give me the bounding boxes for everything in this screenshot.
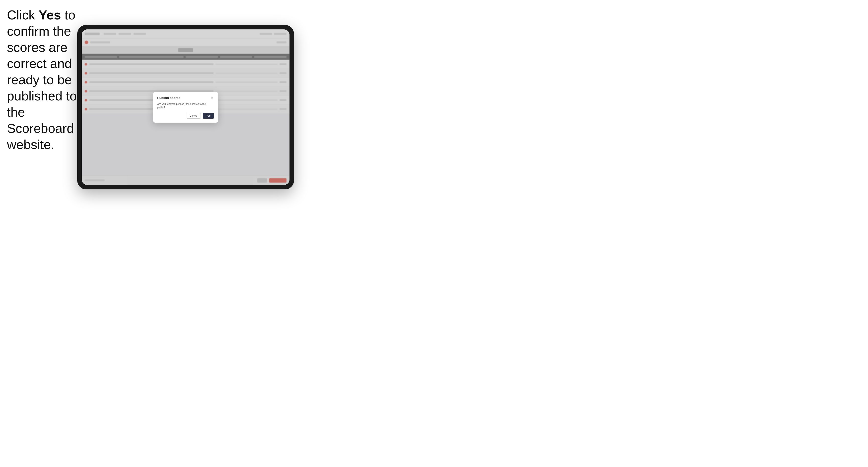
dialog-body: Are you ready to publish these scores to… <box>157 102 214 110</box>
instruction-suffix: to confirm the scores are correct and re… <box>7 8 77 152</box>
dialog-header: Publish scores × <box>157 96 214 100</box>
dialog-close-button[interactable]: × <box>210 96 214 100</box>
tablet-screen: Publish scores × Are you ready to publis… <box>82 29 289 185</box>
dialog-title: Publish scores <box>157 96 180 100</box>
publish-scores-dialog: Publish scores × Are you ready to publis… <box>153 92 218 123</box>
yes-button[interactable]: Yes <box>203 113 214 119</box>
dialog-footer: Cancel Yes <box>157 113 214 119</box>
instruction-text: Click Yes to confirm the scores are corr… <box>7 7 79 153</box>
tablet-device: Publish scores × Are you ready to publis… <box>77 25 294 189</box>
dialog-overlay: Publish scores × Are you ready to publis… <box>82 29 289 185</box>
cancel-button[interactable]: Cancel <box>187 113 201 119</box>
instruction-prefix: Click <box>7 8 39 22</box>
instruction-bold: Yes <box>39 8 61 22</box>
